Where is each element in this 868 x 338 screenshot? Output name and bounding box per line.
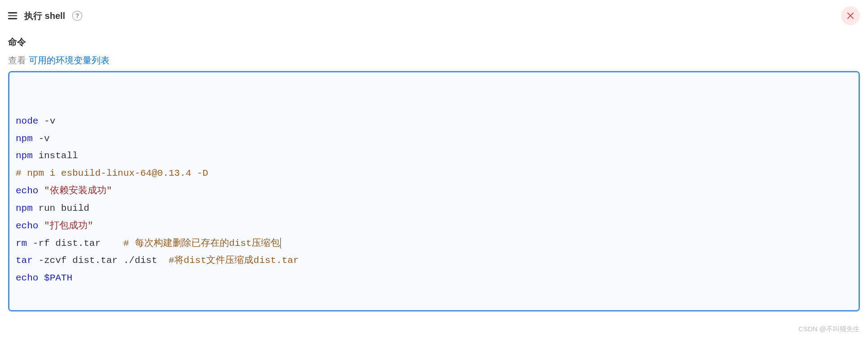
code-token: -rf dist.tar [27,238,123,249]
hint-prefix: 查看 [8,55,29,65]
code-token: install [33,151,78,161]
code-token: -zcvf dist.tar ./dist [33,255,168,266]
header-row: 执行 shell ? [8,6,860,25]
code-token: echo [16,221,38,231]
code-line: npm -v [16,130,852,148]
code-line: rm -rf dist.tar # 每次构建删除已存在的dist压缩包 [16,235,852,253]
hint-row: 查看 可用的环境变量列表 [8,54,860,67]
code-line: npm run build [16,200,852,218]
code-token: "依赖安装成功" [44,186,112,196]
code-token: #将dist文件压缩成dist.tar [168,255,299,266]
code-token [38,221,44,231]
help-icon[interactable]: ? [72,11,82,21]
code-token: npm [16,133,33,144]
code-token [38,273,44,283]
code-line: # npm i esbuild-linux-64@0.13.4 -D [16,165,852,182]
code-token: # 每次构建删除已存在的dist压缩包 [123,238,280,249]
code-token: -v [38,116,55,126]
code-line: node -v [16,113,852,130]
shell-command-textarea[interactable]: node -vnpm -vnpm install# npm i esbuild-… [8,71,860,311]
code-token: tar [16,255,33,266]
code-line: echo $PATH [16,270,852,287]
text-cursor [280,238,281,249]
code-token: run build [33,203,89,213]
env-vars-link[interactable]: 可用的环境变量列表 [29,55,110,65]
code-token: echo [16,273,38,283]
code-line: tar -zcvf dist.tar ./dist #将dist文件压缩成dis… [16,252,852,270]
code-token: node [16,116,38,126]
close-icon [846,12,855,20]
code-token [38,186,44,196]
code-line: echo "依赖安装成功" [16,182,852,200]
code-token: "打包成功" [44,221,93,231]
close-button[interactable] [841,6,860,25]
resize-handle-icon[interactable] [850,302,857,308]
code-token: echo [16,186,38,196]
section-label: 命令 [8,36,860,48]
code-line: echo "打包成功" [16,218,852,235]
code-line: npm install [16,147,852,165]
code-token: # npm i esbuild-linux-64@0.13.4 -D [16,168,208,178]
drag-handle-icon[interactable] [8,12,17,19]
code-token: npm [16,203,33,213]
code-token: -v [33,133,50,144]
code-token: $PATH [44,273,72,283]
page-title: 执行 shell [24,10,65,22]
code-token: rm [16,238,27,249]
code-token: npm [16,151,33,161]
